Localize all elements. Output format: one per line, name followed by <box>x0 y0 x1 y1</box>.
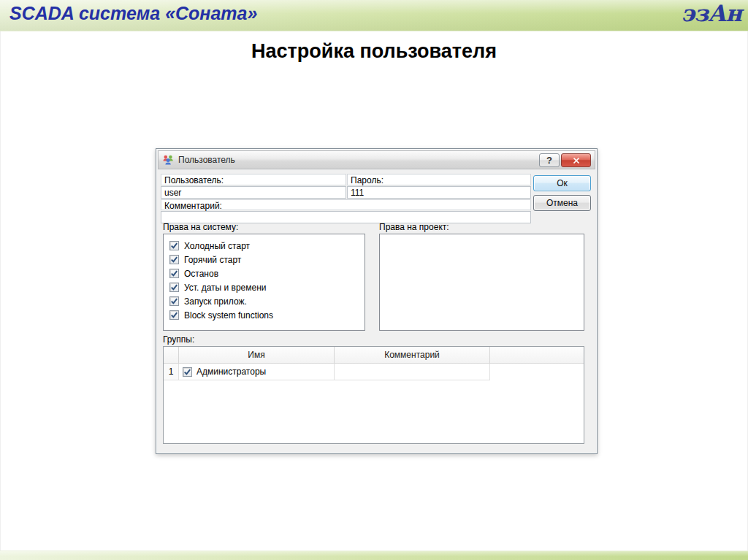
user-label: Пользователь: <box>161 174 346 185</box>
help-icon: ? <box>546 155 552 166</box>
cancel-button[interactable]: Отмена <box>533 195 591 211</box>
checkbox-icon[interactable] <box>169 269 179 278</box>
checkbox-label: Холодный старт <box>184 241 250 251</box>
row-filler <box>490 364 584 380</box>
system-rights-label: Права на систему: <box>163 222 238 232</box>
user-input[interactable] <box>161 186 346 199</box>
checkbox-icon[interactable] <box>183 367 192 377</box>
ok-button[interactable]: Ок <box>533 175 591 191</box>
checkbox-item[interactable]: Холодный старт <box>169 239 365 253</box>
checkbox-icon[interactable] <box>169 241 179 250</box>
project-rights-label: Права на проект: <box>379 222 449 232</box>
table-row[interactable]: 1Администраторы <box>164 364 584 380</box>
row-number: 1 <box>164 364 179 380</box>
check-mark <box>170 283 178 291</box>
slide-title: Настройка пользователя <box>0 40 748 63</box>
close-button[interactable] <box>561 153 591 167</box>
users-icon <box>162 154 174 166</box>
checkbox-item[interactable]: Горячий старт <box>169 253 365 266</box>
checkbox-item[interactable]: Block system functions <box>169 308 365 322</box>
help-button[interactable]: ? <box>539 153 560 167</box>
column-header-comment: Комментарий <box>335 347 490 363</box>
row-header-corner <box>164 347 179 363</box>
project-rights-list <box>379 234 584 331</box>
slide-background: SCADA система «Соната» эзАн Настройка по… <box>0 0 748 560</box>
groups-table: Имя Комментарий 1Администраторы <box>163 346 584 444</box>
dialog-titlebar[interactable]: Пользователь ? <box>158 150 595 169</box>
checkbox-label: Запуск прилож. <box>184 296 247 307</box>
checkbox-label: Останов <box>184 269 218 279</box>
checkbox-icon[interactable] <box>169 283 179 292</box>
checkbox-icon[interactable] <box>169 310 179 320</box>
groups-table-body: 1Администраторы <box>164 364 584 380</box>
check-mark <box>183 368 191 376</box>
check-mark <box>170 297 178 305</box>
check-mark <box>170 256 178 264</box>
checkbox-icon[interactable] <box>169 255 179 264</box>
user-dialog: Пользователь ? Пользователь: Пароль: Ком… <box>156 148 598 454</box>
groups-table-header: Имя Комментарий <box>164 347 584 364</box>
check-mark <box>170 269 178 277</box>
column-header-filler <box>490 347 584 363</box>
groups-label: Группы: <box>163 334 194 345</box>
column-header-name: Имя <box>179 347 335 363</box>
group-name-cell[interactable]: Администраторы <box>179 364 335 380</box>
ezan-logo: эзАн <box>681 0 741 26</box>
password-label: Пароль: <box>347 174 531 185</box>
header-title: SCADA система «Соната» <box>9 3 257 24</box>
checkbox-label: Уст. даты и времени <box>184 283 267 293</box>
checkbox-item[interactable]: Запуск прилож. <box>169 294 365 308</box>
check-mark <box>170 242 178 250</box>
password-input[interactable] <box>347 186 531 199</box>
header-bar: SCADA система «Соната» эзАн <box>0 0 748 31</box>
system-rights-list: Холодный стартГорячий стартОстановУст. д… <box>163 234 365 331</box>
check-mark <box>170 311 178 319</box>
checkbox-label: Block system functions <box>184 310 273 321</box>
checkbox-label: Горячий старт <box>184 255 241 265</box>
comment-label: Комментарий: <box>161 199 531 210</box>
checkbox-item[interactable]: Останов <box>169 266 365 280</box>
dialog-title: Пользователь <box>178 155 235 165</box>
footer-bar <box>0 551 748 560</box>
checkbox-icon[interactable] <box>169 296 179 306</box>
checkbox-item[interactable]: Уст. даты и времени <box>169 280 365 294</box>
group-name-label: Администраторы <box>196 367 266 377</box>
close-icon <box>573 157 580 164</box>
group-comment-cell[interactable] <box>335 364 490 380</box>
